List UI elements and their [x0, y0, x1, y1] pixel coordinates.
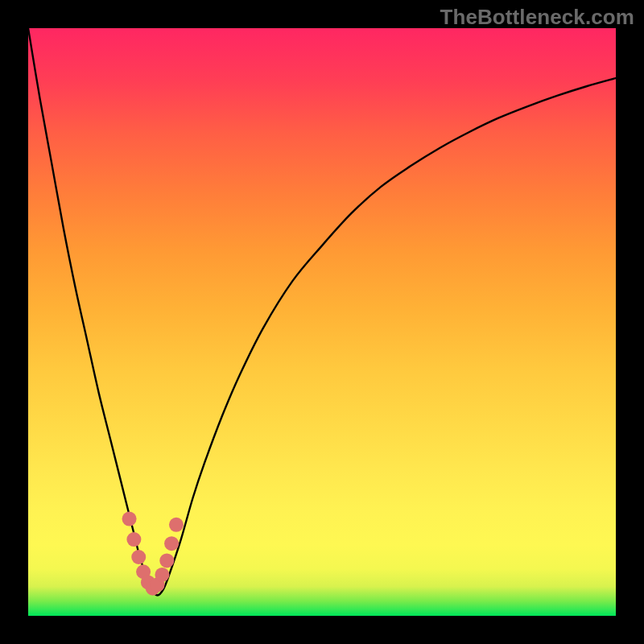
watermark-text: TheBottleneck.com [440, 5, 634, 30]
highlight-dot [169, 518, 184, 532]
curve-svg [28, 28, 616, 616]
chart-frame: TheBottleneck.com [0, 0, 644, 644]
highlight-dot [164, 536, 179, 551]
highlight-dot [126, 532, 141, 547]
highlight-dot [155, 568, 169, 582]
highlight-dot [159, 553, 174, 568]
highlight-dot [122, 512, 137, 526]
highlight-dot [131, 550, 146, 564]
bottleneck-curve [28, 28, 616, 595]
plot-area [28, 28, 616, 616]
highlight-dots [122, 512, 184, 596]
